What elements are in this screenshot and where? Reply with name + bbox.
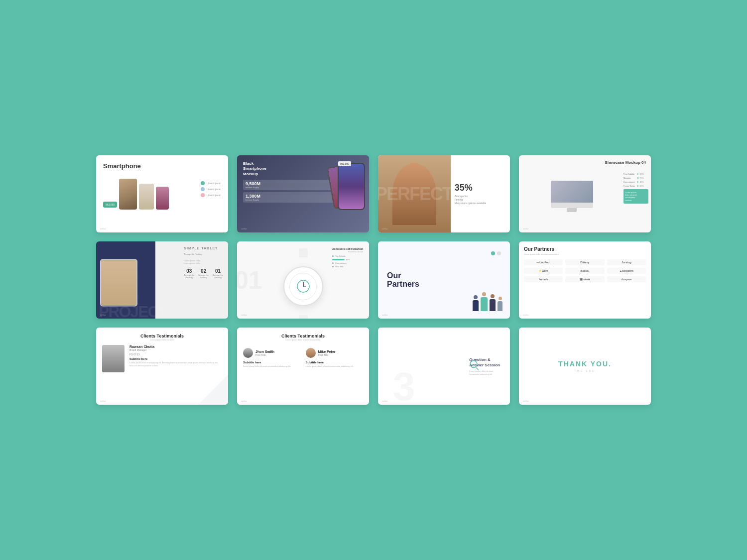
logo-wilfo: ⚡wilfo xyxy=(524,268,563,274)
slide-3-info: 35% Average No.FeelingMany more options … xyxy=(451,155,510,232)
watch-face xyxy=(283,266,323,306)
slide-1-title: Smartphone xyxy=(103,162,221,170)
slide-9-num: ... xyxy=(223,400,224,402)
client-text: Lorem ipsum dolor sit adipiscing elit. A… xyxy=(129,361,222,367)
svg-text:?: ? xyxy=(473,362,475,367)
monitor-shape xyxy=(551,181,593,208)
slide-4-title: Showcase Mockup 04 xyxy=(524,160,646,165)
slide-5-right-content: SIMPLE TABLET Arrange the Packing Lorem … xyxy=(184,246,223,279)
client-photo xyxy=(102,345,124,372)
client-info: Rawsan Chutia Brand Manager FG 07.15 Sub… xyxy=(129,345,222,367)
phone-mockup-area: 963,090 xyxy=(325,160,365,210)
slide-8-brand: netfive xyxy=(523,314,529,316)
slide-10-brand: netfive xyxy=(241,400,247,402)
slide-6: 01 Accessorie 1984 Smartest Trendiest La… xyxy=(237,241,369,319)
monitor-stand xyxy=(567,208,577,212)
slide-12-brand: netfive xyxy=(523,400,529,402)
slide-10-title: Clients Testimonials xyxy=(243,334,363,338)
slide-6-brand: netfive xyxy=(241,314,247,316)
logo-findads: findads xyxy=(524,276,563,282)
client-name: Rawsan Chutia xyxy=(129,345,222,348)
slide-5: PROJECT SIMPLE TABLET Arrange the Packin… xyxy=(96,241,228,319)
slide-2: BlackSmartphoneMockup 9,500M Internet Su… xyxy=(237,155,369,232)
slide-11-brand: netfive xyxy=(382,400,388,402)
qa-num-bg: 3 xyxy=(393,364,415,405)
logo-backo: Backo. xyxy=(565,268,604,274)
dot-item-1: Lorem ipsum xyxy=(201,181,221,185)
stat-03: 03 Arrange thePacking xyxy=(184,268,194,279)
dot-item-2: Lorem ipsum xyxy=(201,187,221,191)
slide-8: Our Partners Lorem ipsum dolor sit amet … xyxy=(519,241,651,319)
slide-6-info: Accessorie 1984 Smartest Trendiest Launc… xyxy=(332,247,363,268)
slide-1-stat: 963,090 xyxy=(103,202,117,208)
watch-icon xyxy=(296,279,311,294)
logo-dittexy: Dittexy xyxy=(565,259,604,265)
slide-2-brand: netfive xyxy=(241,227,247,230)
client-row: Rawsan Chutia Brand Manager FG 07.15 Sub… xyxy=(102,345,222,372)
slide-3-brand: netfive xyxy=(382,227,388,230)
partners-illustration xyxy=(473,292,502,311)
client-block-1: Jhon Smith Post Title Subtitle here Lore… xyxy=(243,348,301,368)
slide-3-percent: 35% xyxy=(455,183,506,193)
logo-jorsing: Jorsing xyxy=(607,259,646,265)
bar-row-4: Focus Today 55% xyxy=(623,185,646,187)
slide-10: Clients Testimonials Lorem ipsum dolor s… xyxy=(237,328,369,405)
thank-you-sub: THE END xyxy=(574,369,596,372)
bg-text: PROJECT xyxy=(99,303,167,319)
slide-3-bg-text: PERFECT xyxy=(378,184,451,205)
watch-container xyxy=(283,257,323,315)
slide-11: 3 Question &Answer Session Lorem ipsum d… xyxy=(378,328,510,405)
slide-7-title-block: OurPartners xyxy=(387,271,419,289)
slide-7-brand: netfive xyxy=(382,314,388,316)
slide-9-title: Clients Testimonials xyxy=(102,334,222,338)
client-sub: Subtitle here xyxy=(129,357,222,360)
logo-grid: ⸻LooFoo. Dittexy Jorsing ⚡wilfo Backo. ▲… xyxy=(524,259,646,282)
slide-4: Showcase Mockup 04 First Subtitle 60% Ma… xyxy=(519,155,651,232)
slide-9: Clients Testimonials Lorem ipsum dolor s… xyxy=(96,328,228,405)
slide-3-portrait: PERFECT xyxy=(378,155,451,232)
logo-kingdom: ▲kingdom xyxy=(607,268,646,274)
client-block-2: Mike Peter Post Title Subtitle here Lore… xyxy=(306,348,364,368)
bar-row-3: Commitment 45% xyxy=(623,181,646,183)
slide-10-num: ... xyxy=(364,400,365,402)
bar-row-1: First Subtitle 60% xyxy=(623,173,646,175)
slide-9-sub: Lorem ipsum dolor sit amet xyxy=(102,338,222,341)
two-clients: Jhon Smith Post Title Subtitle here Lore… xyxy=(243,348,363,368)
watch-num-bg: 01 xyxy=(237,266,262,295)
qa-icon: ? xyxy=(468,359,480,373)
logo-introk: ▣introk xyxy=(565,276,604,282)
slide-5-tablet xyxy=(100,254,137,306)
dot-item-3: Lorem ipsum xyxy=(201,193,221,197)
slide-8-title: Our Partners xyxy=(524,246,646,252)
slide-8-sub: Lorem ipsum dolor sit amet consectetur xyxy=(524,253,646,255)
slide-10-sub: Lorem ipsum dolor sit amet consectetur xyxy=(243,338,363,341)
slide-3: PERFECT 35% Average No.FeelingMany more … xyxy=(378,155,510,232)
thank-you-text: THANK YOU. xyxy=(558,360,612,368)
slide-9-brand: netfive xyxy=(100,400,106,402)
logo-loofoo: ⸻LooFoo. xyxy=(524,259,563,265)
slide-12: THANK YOU. THE END netfive xyxy=(519,328,651,405)
slide-5-brand: netfive xyxy=(100,314,106,316)
slide-1: Smartphone 963,090 Lorem ipsum xyxy=(96,155,228,232)
stat-02: 02 Arrange thePacking xyxy=(198,268,209,279)
slide-4-brand: netfive xyxy=(523,227,529,230)
slide-8-num: ... xyxy=(645,314,647,316)
stat-01: 01 Arrange thePacking xyxy=(213,268,223,279)
bar-row-2: Maturity 75% xyxy=(623,177,646,179)
svg-line-5 xyxy=(476,367,479,370)
client-role: Brand Manager xyxy=(129,348,222,351)
slide-4-bars: First Subtitle 60% Maturity 75% Commitme… xyxy=(623,173,646,225)
slide-1-brand: netfive xyxy=(100,227,106,230)
logo-doxyme: doxyme xyxy=(607,276,646,282)
slide-7-icons xyxy=(491,251,501,255)
slide-7: OurPartners xyxy=(378,241,510,319)
slide-grid: Smartphone 963,090 Lorem ipsum xyxy=(86,145,661,415)
